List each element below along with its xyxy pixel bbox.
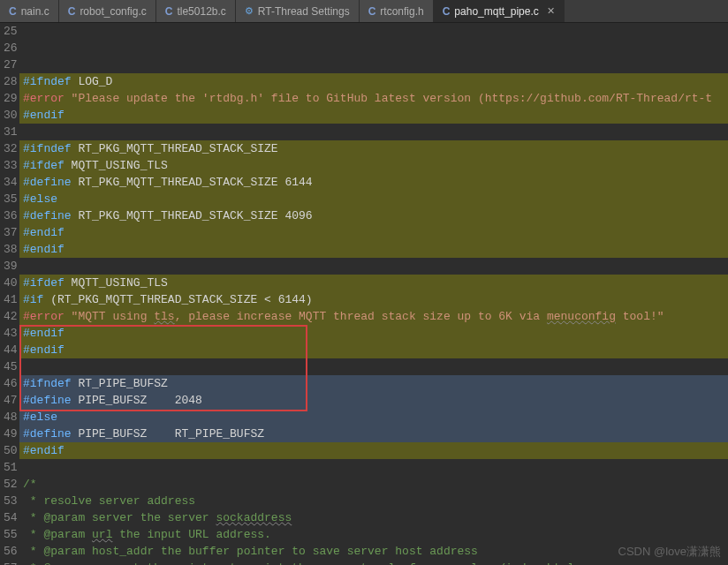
code-line[interactable] (19, 459, 728, 476)
code-line[interactable]: #endif (19, 442, 728, 459)
code-line[interactable] (19, 124, 728, 140)
c-file-icon: C (68, 5, 76, 18)
code-line[interactable]: * @param url the input URL address. (19, 526, 728, 543)
close-icon[interactable]: ✕ (547, 5, 555, 17)
code-line[interactable]: #ifdef MQTT_USING_TLS (19, 157, 728, 174)
tab-paho-mqtt-pipe[interactable]: Cpaho_mqtt_pipe.c✕ (434, 0, 565, 22)
code-area[interactable]: #ifndef LOG_D#error "Please update the '… (19, 23, 728, 565)
code-line[interactable]: #endif (19, 325, 728, 342)
code-line[interactable]: * @param server the server sockaddress (19, 509, 728, 526)
code-line[interactable]: #define PIPE_BUFSZ RT_PIPE_BUFSZ (19, 426, 728, 442)
code-line[interactable] (19, 258, 728, 275)
c-file-icon: C (368, 5, 376, 18)
c-file-icon: C (165, 5, 173, 18)
code-line[interactable]: * @param host_addr the buffer pointer to… (19, 543, 728, 560)
code-editor[interactable]: 2526272829303132333435363738394041424344… (0, 23, 728, 565)
code-line[interactable]: #error "MQTT using tls, please increase … (19, 308, 728, 325)
tab-tle5012b[interactable]: Ctle5012b.c (156, 0, 236, 22)
code-line[interactable]: * @param request the pointer to point th… (19, 560, 728, 565)
code-line[interactable]: #else (19, 191, 728, 207)
c-file-icon: C (443, 5, 451, 18)
settings-file-icon: ⚙ (245, 5, 254, 17)
code-line[interactable]: #define RT_PKG_MQTT_THREAD_STACK_SIZE 40… (19, 207, 728, 224)
code-line[interactable]: #ifdef MQTT_USING_TLS (19, 275, 728, 291)
tab-rtconfig[interactable]: Crtconfig.h (360, 0, 434, 22)
tab-label: nain.c (21, 5, 49, 18)
code-line[interactable]: #else (19, 409, 728, 426)
tab-label: tle5012b.c (177, 5, 225, 18)
tab-robot-config[interactable]: Crobot_config.c (59, 0, 156, 22)
code-line[interactable]: #ifndef RT_PKG_MQTT_THREAD_STACK_SIZE (19, 140, 728, 157)
code-line[interactable]: #ifndef LOG_D (19, 73, 728, 90)
code-line[interactable]: #error "Please update the 'rtdbg.h' file… (19, 90, 728, 107)
tab-label: robot_config.c (80, 5, 146, 18)
code-line[interactable]: * resolve server address (19, 493, 728, 509)
c-file-icon: C (9, 5, 17, 18)
code-line[interactable]: /* (19, 476, 728, 493)
code-line[interactable]: #define RT_PKG_MQTT_THREAD_STACK_SIZE 61… (19, 174, 728, 191)
code-line[interactable]: #endif (19, 241, 728, 258)
tab-rt-thread-settings[interactable]: ⚙RT-Thread Settings (236, 0, 360, 22)
code-line[interactable] (19, 358, 728, 375)
line-number-gutter: 2526272829303132333435363738394041424344… (0, 23, 19, 565)
code-line[interactable]: #endif (19, 342, 728, 358)
tab-label: rtconfig.h (380, 5, 423, 18)
tab-label: paho_mqtt_pipe.c (454, 5, 538, 18)
tab-bar: Cnain.c Crobot_config.c Ctle5012b.c ⚙RT-… (0, 0, 728, 23)
code-line[interactable]: #ifndef RT_PIPE_BUFSZ (19, 375, 728, 392)
tab-label: RT-Thread Settings (258, 5, 350, 18)
code-line[interactable]: #endif (19, 224, 728, 241)
code-line[interactable]: #if (RT_PKG_MQTT_THREAD_STACK_SIZE < 614… (19, 291, 728, 308)
tab-nain[interactable]: Cnain.c (0, 0, 59, 22)
code-line[interactable]: #define PIPE_BUFSZ 2048 (19, 392, 728, 409)
code-line[interactable]: #endif (19, 107, 728, 124)
